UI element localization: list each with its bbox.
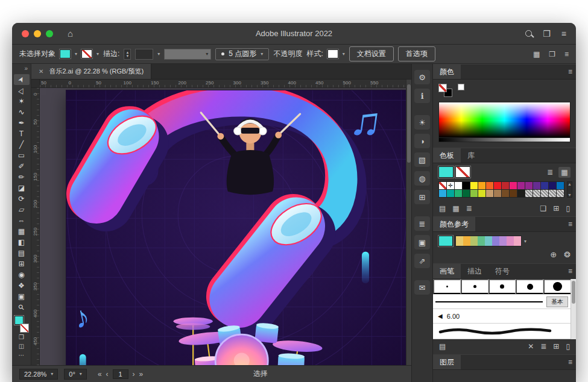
grid-view-icon[interactable]: ▦: [558, 167, 571, 178]
minimize-window-button[interactable]: [34, 30, 41, 37]
rotate-tool[interactable]: ⟳: [14, 193, 30, 204]
swatch[interactable]: [541, 190, 548, 197]
fill-stroke-indicator[interactable]: [438, 84, 466, 99]
white-proxy[interactable]: [458, 84, 464, 90]
brushes-menu-icon[interactable]: ≡: [568, 267, 572, 275]
color-variation-swatch[interactable]: [499, 236, 507, 246]
magic-wand-tool[interactable]: ✶: [14, 96, 30, 107]
harmony-caret-icon[interactable]: ▾: [524, 239, 526, 244]
appearance-icon[interactable]: ☀: [414, 115, 430, 130]
eyedropper-tool[interactable]: ◉: [14, 269, 30, 280]
shape-builder-tool[interactable]: ◧: [14, 237, 30, 248]
screen-mode-icon[interactable]: ⋯: [19, 351, 25, 360]
fill-stroke-widget[interactable]: [14, 316, 29, 333]
swatch-scrollbar[interactable]: ▲ ▼: [567, 181, 572, 198]
swatch[interactable]: [541, 182, 548, 189]
color-variation-swatch[interactable]: [478, 236, 485, 246]
swatch[interactable]: [502, 182, 509, 189]
eraser-tool[interactable]: ◪: [14, 183, 30, 193]
color-variation-swatch[interactable]: [470, 236, 478, 246]
preferences-button[interactable]: 首选项: [398, 46, 435, 61]
swatch[interactable]: [510, 190, 517, 197]
delete-brush-icon[interactable]: ▯: [566, 342, 570, 351]
list-view-icon[interactable]: ≣: [544, 167, 556, 178]
color-variation-swatch[interactable]: [507, 236, 514, 246]
canvas-viewport[interactable]: ♫ ♪: [40, 88, 411, 365]
fill-color-chip[interactable]: [60, 49, 71, 58]
calligraphic-brush[interactable]: [543, 279, 571, 294]
calligraphic-brush[interactable]: [461, 279, 488, 294]
swatch[interactable]: [525, 190, 533, 197]
artboard-illustration[interactable]: ♫ ♪: [66, 90, 411, 365]
zoom-window-button[interactable]: [46, 30, 53, 37]
swatch[interactable]: [478, 182, 485, 189]
new-swatch-icon[interactable]: ⊞: [553, 204, 559, 213]
direct-selection-tool[interactable]: ▷: [14, 85, 30, 96]
arrange-documents-icon[interactable]: ▦: [533, 50, 540, 58]
tab-swatches-panel[interactable]: 库: [461, 148, 481, 163]
paintbrush-tool[interactable]: ✐: [14, 161, 30, 172]
width-tool[interactable]: ⇔: [14, 215, 30, 226]
base-color-swatch[interactable]: [438, 236, 453, 246]
next-artboard-icon[interactable]: ›: [133, 370, 135, 378]
swatch[interactable]: [463, 190, 470, 197]
swatch[interactable]: [525, 182, 533, 189]
stroke-caret-icon[interactable]: ▾: [96, 51, 99, 57]
fill-proxy[interactable]: [438, 84, 447, 92]
style-chip[interactable]: [327, 49, 338, 58]
tab-layers-panel[interactable]: 图层: [433, 355, 461, 369]
tab-close-icon[interactable]: ✕: [39, 68, 43, 75]
style-caret-icon[interactable]: ▾: [343, 51, 345, 57]
fill-caret-icon[interactable]: ▾: [75, 51, 77, 57]
zoom-dropdown[interactable]: 22.28% ▾: [19, 369, 58, 380]
transparency-icon[interactable]: ▧: [414, 152, 430, 167]
current-fill-swatch[interactable]: [438, 166, 454, 178]
color-variation-swatch[interactable]: [463, 236, 470, 246]
info-icon[interactable]: ℹ: [414, 89, 430, 103]
color-guide-menu-icon[interactable]: ≡: [568, 220, 572, 228]
delete-swatch-icon[interactable]: ▯: [566, 204, 570, 213]
menu-icon[interactable]: ≡: [561, 29, 566, 39]
swatch[interactable]: [447, 190, 454, 197]
stroke-weight-field[interactable]: [135, 49, 153, 60]
gradient-tool[interactable]: ▤: [14, 248, 30, 258]
swatch[interactable]: [439, 190, 446, 197]
zoom-tool[interactable]: ⚲: [14, 302, 30, 313]
basic-brush-row[interactable]: 基本: [433, 295, 571, 309]
variable-width-dropdown[interactable]: ▾: [164, 49, 211, 60]
rectangle-tool[interactable]: ▭: [14, 150, 30, 161]
settings-icon[interactable]: ⚙: [414, 70, 430, 84]
calligraphic-brush[interactable]: [516, 279, 543, 294]
lasso-tool[interactable]: ∿: [14, 107, 30, 117]
tab-brushes-panel[interactable]: 描边: [461, 264, 488, 278]
color-variation-swatch[interactable]: [514, 236, 521, 246]
workspace-switch-icon[interactable]: ❒: [549, 50, 555, 58]
blend-tool[interactable]: ❖: [14, 280, 30, 291]
symbols-icon[interactable]: ◍: [414, 171, 430, 186]
swatch[interactable]: [494, 182, 501, 189]
globe-icon[interactable]: ⊕: [550, 250, 557, 259]
last-artboard-icon[interactable]: »: [139, 370, 144, 378]
calligraphic-brush[interactable]: [433, 279, 461, 294]
swatch[interactable]: [517, 190, 525, 197]
swatch[interactable]: [470, 182, 478, 189]
swatch[interactable]: [463, 182, 470, 189]
scrollbar-thumb[interactable]: [407, 84, 411, 163]
sized-brush-row[interactable]: ◀ 6.00: [433, 309, 571, 324]
new-brush-icon[interactable]: ⊞: [553, 342, 559, 351]
brush-options-icon[interactable]: ≣: [540, 342, 546, 351]
search-icon[interactable]: [525, 30, 532, 37]
swatch[interactable]: [470, 190, 478, 197]
swatch-options-icon[interactable]: ≣: [466, 204, 472, 213]
swatch[interactable]: [510, 182, 517, 189]
scale-tool[interactable]: ▱: [14, 204, 30, 215]
stroke-color-chip[interactable]: [81, 49, 92, 58]
document-setup-button[interactable]: 文档设置: [349, 46, 394, 61]
swatch[interactable]: [439, 182, 446, 189]
pen-tool[interactable]: ✒: [14, 117, 30, 128]
color-variation-swatch[interactable]: [485, 236, 492, 246]
swatch[interactable]: [517, 182, 525, 189]
stroke-weight-caret-icon[interactable]: ▾: [157, 51, 160, 57]
line-segment-tool[interactable]: ╱: [14, 139, 30, 150]
tab-brushes-panel[interactable]: 画笔: [433, 264, 461, 278]
